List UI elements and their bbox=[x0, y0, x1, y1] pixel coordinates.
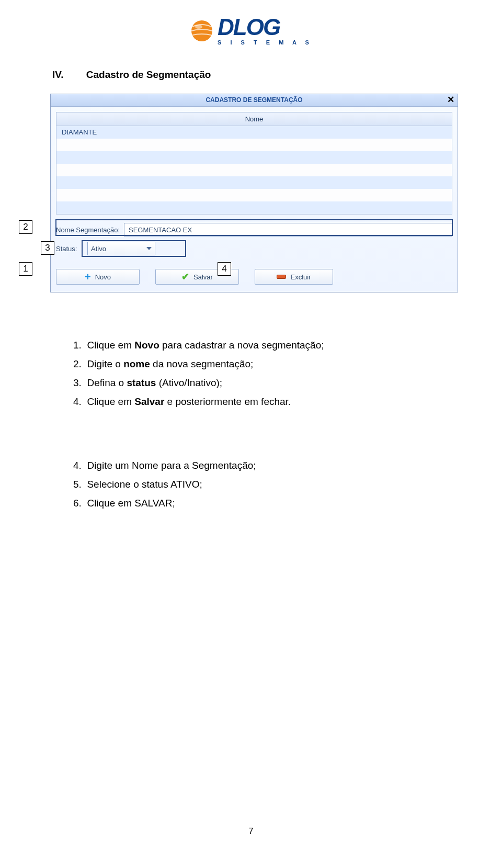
button-row: + Novo ✔ Salvar Excluir bbox=[51, 267, 458, 292]
table-row[interactable] bbox=[56, 151, 452, 164]
chevron-down-icon bbox=[146, 247, 152, 250]
field-nome-segmentacao: Nome Segmentação: bbox=[56, 223, 452, 236]
input-nome-segmentacao[interactable] bbox=[124, 223, 452, 236]
heading-roman: IV. bbox=[52, 69, 64, 81]
table-row[interactable] bbox=[56, 201, 452, 214]
minus-icon bbox=[277, 275, 286, 279]
instructions-list-1: 1. Clique em Novo para cadastrar a nova … bbox=[52, 340, 450, 408]
svg-point-1 bbox=[195, 25, 202, 29]
logo: DLOG S I S T E M A S bbox=[189, 16, 313, 46]
table-row[interactable] bbox=[56, 176, 452, 189]
logo-subtext: S I S T E M A S bbox=[218, 40, 313, 46]
list-item: 1. Clique em Novo para cadastrar a nova … bbox=[52, 340, 450, 351]
novo-button-label: Novo bbox=[95, 273, 111, 281]
plus-icon: + bbox=[85, 272, 91, 282]
logo-text: DLOG bbox=[218, 16, 280, 39]
list-item: 4. Clique em Salvar e posteriormente em … bbox=[52, 396, 450, 408]
table-row[interactable] bbox=[56, 164, 452, 176]
salvar-button-label: Salvar bbox=[193, 273, 213, 281]
excluir-button[interactable]: Excluir bbox=[255, 269, 333, 285]
list-item: 6. Clique em SALVAR; bbox=[52, 498, 450, 509]
check-icon: ✔ bbox=[181, 272, 189, 281]
select-status[interactable]: Ativo bbox=[87, 242, 155, 255]
list-item: 2. Digite o nome da nova segmentação; bbox=[52, 358, 450, 370]
window-title: CADASTRO DE SEGMENTAÇÃO bbox=[206, 96, 302, 104]
logo-area: DLOG S I S T E M A S bbox=[0, 0, 502, 53]
section-heading: IV. Cadastro de Segmentação bbox=[0, 53, 502, 94]
novo-button[interactable]: + Novo bbox=[56, 269, 140, 285]
excluir-button-label: Excluir bbox=[290, 273, 311, 281]
label-nome-segmentacao: Nome Segmentação: bbox=[56, 226, 124, 234]
callout-2: 2 bbox=[19, 220, 32, 234]
data-grid: Nome DIAMANTE bbox=[56, 112, 452, 215]
list-item: 5. Selecione o status ATIVO; bbox=[52, 479, 450, 490]
svg-point-0 bbox=[191, 20, 212, 41]
select-status-value: Ativo bbox=[91, 245, 106, 253]
app-window: CADASTRO DE SEGMENTAÇÃO ✕ Nome DIAMANTE … bbox=[50, 94, 458, 292]
titlebar: CADASTRO DE SEGMENTAÇÃO ✕ bbox=[51, 94, 458, 107]
instructions-list-2: 4. Digite um Nome para a Segmentação; 5.… bbox=[52, 460, 450, 509]
label-status: Status: bbox=[56, 245, 87, 253]
list-item: 3. Defina o status (Ativo/Inativo); bbox=[52, 377, 450, 389]
table-row[interactable] bbox=[56, 189, 452, 201]
page-number: 7 bbox=[248, 826, 253, 837]
heading-title: Cadastro de Segmentação bbox=[86, 69, 211, 80]
table-row[interactable]: DIAMANTE bbox=[56, 126, 452, 139]
callout-1: 1 bbox=[19, 262, 32, 276]
list-item: 4. Digite um Nome para a Segmentação; bbox=[52, 460, 450, 471]
field-status: Status: Ativo bbox=[56, 242, 452, 255]
grid-header-nome: Nome bbox=[56, 112, 452, 126]
table-row[interactable] bbox=[56, 139, 452, 151]
logo-sphere-icon bbox=[189, 18, 214, 43]
callout-3: 3 bbox=[41, 241, 54, 255]
close-icon[interactable]: ✕ bbox=[447, 95, 454, 104]
callout-4: 4 bbox=[218, 262, 231, 276]
